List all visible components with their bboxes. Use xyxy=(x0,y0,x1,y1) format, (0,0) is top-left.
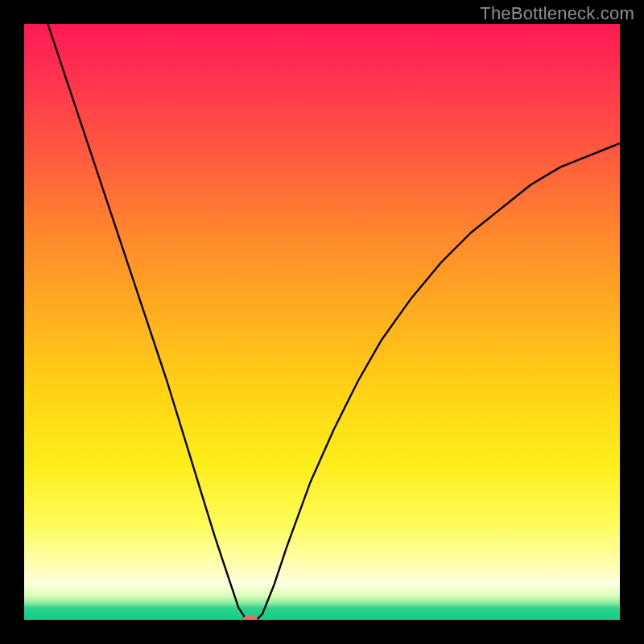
chart-frame: TheBottleneck.com xyxy=(0,0,644,644)
plot-area xyxy=(24,24,620,620)
bottleneck-curve xyxy=(24,24,620,620)
minimum-marker xyxy=(243,615,258,620)
watermark-text: TheBottleneck.com xyxy=(480,3,634,24)
